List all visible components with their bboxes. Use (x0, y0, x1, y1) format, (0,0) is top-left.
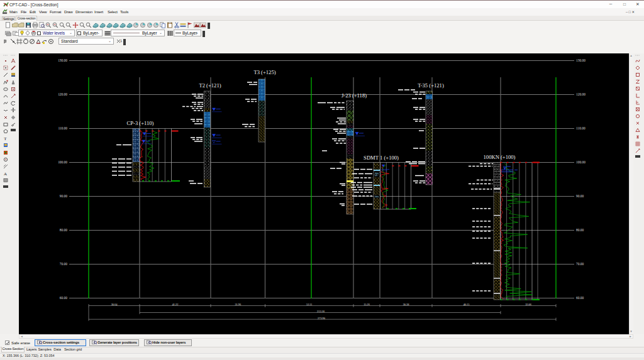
svg-text:CP-3 (+110): CP-3 (+110) (127, 120, 154, 126)
svg-text:110.00: 110.00 (58, 126, 67, 130)
svg-text:80.00: 80.00 (576, 228, 584, 232)
svg-text:90.00: 90.00 (60, 194, 67, 198)
svg-text:100.00: 100.00 (576, 160, 586, 164)
svg-text:SDMT 1 (+100): SDMT 1 (+100) (364, 155, 399, 161)
svg-text:T2 (+121): T2 (+121) (199, 82, 221, 89)
svg-text:273.90: 273.90 (318, 317, 325, 320)
svg-text:120.00: 120.00 (576, 92, 586, 96)
svg-text:J-23 (+118): J-23 (+118) (341, 92, 367, 99)
svg-text:130.00: 130.00 (576, 58, 586, 62)
svg-text:31.96: 31.96 (235, 303, 242, 306)
svg-text:120.00: 120.00 (58, 92, 67, 96)
svg-text:100.00: 100.00 (58, 160, 67, 164)
svg-text:80.00: 80.00 (60, 228, 67, 232)
svg-text:30.38: 30.38 (403, 303, 409, 306)
svg-text:41.22: 41.22 (172, 303, 179, 306)
svg-text:T3 (+125): T3 (+125) (253, 69, 275, 75)
svg-text:52.11: 52.11 (306, 303, 313, 306)
svg-text:60.00: 60.00 (60, 296, 67, 300)
svg-text:213.18: 213.18 (317, 310, 325, 313)
svg-text:32.06: 32.06 (525, 303, 532, 306)
svg-text:70.00: 70.00 (576, 262, 584, 266)
svg-text:130.00: 130.00 (58, 58, 67, 62)
svg-text:70.00: 70.00 (60, 262, 67, 266)
svg-text:30.64: 30.64 (111, 303, 118, 306)
svg-text:40.15: 40.15 (464, 303, 470, 306)
svg-text:90.00: 90.00 (576, 194, 584, 198)
svg-text:T-35 (+121): T-35 (+121) (418, 82, 444, 89)
svg-text:100KN (+100): 100KN (+100) (484, 154, 516, 160)
svg-text:60.00: 60.00 (576, 296, 584, 300)
svg-text:15.26: 15.26 (364, 303, 370, 306)
svg-text:110.00: 110.00 (576, 126, 586, 130)
